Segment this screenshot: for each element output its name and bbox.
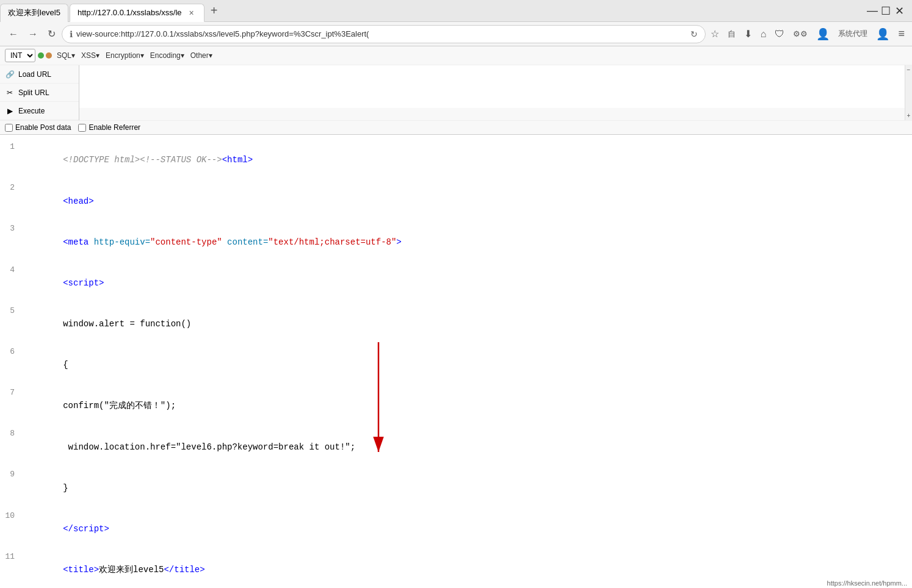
close-button[interactable]: ✕ <box>894 5 905 16</box>
source-line-5: 5 window.alert = function() <box>0 304 912 345</box>
title-bar: 欢迎来到level5 http://127.0.0.1/xsslabs/xss/… <box>0 0 912 22</box>
tab-2-label: http://127.0.0.1/xsslabs/xss/le <box>78 8 182 17</box>
source-line-2: 2 <head> <box>0 181 912 221</box>
window-controls: — ☐ ✕ <box>867 5 912 16</box>
hackbar-sidebar: 🔗 Load URL ✂ Split URL ▶ Execute <box>0 65 79 120</box>
forward-button[interactable]: → <box>24 26 42 42</box>
maximize-button[interactable]: ☐ <box>880 5 891 16</box>
profile-icon-button[interactable]: 👤 <box>814 25 832 43</box>
enable-referrer-label[interactable]: Enable Referrer <box>78 123 140 132</box>
xss-menu[interactable]: XSS▾ <box>79 50 102 61</box>
split-url-button[interactable]: ✂ Split URL <box>0 84 79 102</box>
tab-1-label: 欢迎来到level5 <box>8 7 60 18</box>
shield-button[interactable]: 🛡 <box>772 26 787 42</box>
refresh-inline-button[interactable]: ↻ <box>690 29 698 39</box>
tab-2-close[interactable]: × <box>187 7 197 19</box>
hackbar-menu: SQL▾ XSS▾ Encryption▾ Encoding▾ Other▾ <box>54 50 215 61</box>
split-url-icon: ✂ <box>5 88 15 98</box>
tab-2[interactable]: http://127.0.0.1/xsslabs/xss/le × <box>70 4 204 22</box>
execute-label: Execute <box>18 107 45 115</box>
dot-green <box>38 52 44 59</box>
encoding-menu[interactable]: Encoding▾ <box>148 50 187 61</box>
back-button[interactable]: ← <box>5 26 22 42</box>
address-bar[interactable]: ℹ view-source:http://127.0.0.1/xsslabs/x… <box>62 25 706 43</box>
source-line-3: 3 <meta http-equiv="content-type" conten… <box>0 221 912 262</box>
other-menu[interactable]: Other▾ <box>188 50 215 61</box>
avatar-button[interactable]: 👤 <box>874 25 892 43</box>
proxy-button[interactable]: 系统代理 <box>836 26 870 41</box>
scroll-minus-button[interactable]: − <box>907 66 911 73</box>
source-line-9: 9 } <box>0 467 912 508</box>
load-url-label: Load URL <box>18 70 51 79</box>
execute-button[interactable]: ▶ Execute <box>0 102 79 120</box>
split-url-label: Split URL <box>18 88 49 97</box>
hackbar-top: INT SQL▾ XSS▾ Encryption▾ Encoding▾ Othe… <box>0 46 912 65</box>
enable-post-text: Enable Post data <box>15 123 71 132</box>
download-button[interactable]: ⬇ <box>742 26 755 42</box>
refresh-button[interactable]: ↻ <box>44 26 59 42</box>
tab-1[interactable]: 欢迎来到level5 <box>0 4 68 22</box>
tools-button[interactable]: ⚙⚙ <box>791 27 810 41</box>
nav-icons: ☆ 自 ⬇ ⌂ 🛡 ⚙⚙ 👤 系统代理 👤 ≡ <box>708 25 907 43</box>
new-tab-button[interactable]: + <box>206 4 223 18</box>
scroll-plus-button[interactable]: + <box>907 112 911 119</box>
address-text: view-source:http://127.0.0.1/xsslabs/xss… <box>76 29 687 38</box>
hackbar-scrollbar: − + <box>905 65 912 120</box>
source-view: 1 <!DOCTYPE html><!--STATUS OK--><html> … <box>0 135 912 588</box>
main-area: 1 <!DOCTYPE html><!--STATUS OK--><html> … <box>0 135 912 588</box>
source-line-11: 11 <title>欢迎来到level5</title> <box>0 550 912 588</box>
status-bar: https://hksecin.net/hpmm... <box>822 578 912 588</box>
hackbar: INT SQL▾ XSS▾ Encryption▾ Encoding▾ Othe… <box>0 46 912 135</box>
source-line-1: 1 <!DOCTYPE html><!--STATUS OK--><html> <box>0 140 912 181</box>
menu-button[interactable]: ≡ <box>896 25 907 43</box>
tab-area: 欢迎来到level5 http://127.0.0.1/xsslabs/xss/… <box>0 0 867 22</box>
source-line-7: 7 confirm("完成的不错！"); <box>0 385 912 426</box>
enable-referrer-checkbox[interactable] <box>78 124 86 132</box>
encryption-menu[interactable]: Encryption▾ <box>103 50 147 61</box>
status-text: https://hksecin.net/hpmm... <box>827 579 907 587</box>
hackbar-main: − + <box>79 65 912 120</box>
hackbar-dots <box>38 52 52 59</box>
hackbar-textarea[interactable] <box>79 65 912 108</box>
minimize-button[interactable]: — <box>867 5 878 16</box>
source-line-6: 6 { <box>0 345 912 385</box>
hackbar-bottom: Enable Post data Enable Referrer <box>0 120 912 134</box>
dot-orange <box>46 52 52 59</box>
home-button[interactable]: ⌂ <box>758 26 769 42</box>
load-url-button[interactable]: 🔗 Load URL <box>0 65 79 84</box>
reader-mode-button[interactable]: 自 <box>725 26 738 42</box>
nav-bar: ← → ↻ ℹ view-source:http://127.0.0.1/xss… <box>0 22 912 46</box>
enable-post-checkbox[interactable] <box>5 124 13 132</box>
info-icon: ℹ <box>70 29 73 39</box>
source-line-10: 10 </script> <box>0 509 912 550</box>
sql-menu[interactable]: SQL▾ <box>54 50 78 61</box>
source-line-4: 4 <script> <box>0 263 912 304</box>
load-url-icon: 🔗 <box>5 70 15 79</box>
bookmark-star-button[interactable]: ☆ <box>708 26 722 42</box>
source-line-8: 8 window.location.href="level6.php?keywo… <box>0 426 912 467</box>
enable-post-label[interactable]: Enable Post data <box>5 123 71 132</box>
execute-icon: ▶ <box>5 106 15 116</box>
enable-referrer-text: Enable Referrer <box>89 123 140 132</box>
hackbar-body: 🔗 Load URL ✂ Split URL ▶ Execute − + <box>0 65 912 120</box>
int-select[interactable]: INT <box>5 49 35 62</box>
